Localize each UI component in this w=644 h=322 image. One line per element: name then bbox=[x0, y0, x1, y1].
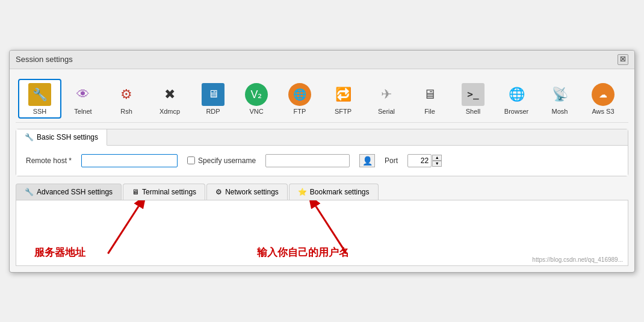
protocol-ssh-label: SSH bbox=[33, 108, 47, 115]
shell-icon: >_ bbox=[461, 82, 485, 107]
basic-ssh-section: 🔧 Basic SSH settings Remote host * Speci… bbox=[16, 129, 628, 176]
protocol-vnc[interactable]: V₂ VNC bbox=[235, 79, 278, 119]
protocol-telnet-label: Telnet bbox=[74, 108, 91, 115]
ssh-icon: 🔧 bbox=[28, 82, 52, 107]
bottom-tab-header: 🔧 Advanced SSH settings 🖥 Terminal setti… bbox=[16, 184, 628, 200]
file-icon: 🖥 bbox=[418, 82, 442, 107]
protocol-ftp[interactable]: 🌐 FTP bbox=[278, 79, 321, 119]
protocol-xdmcp[interactable]: ✖ Xdmcp bbox=[148, 79, 191, 119]
serial-icon: ✈ bbox=[374, 82, 398, 107]
protocol-ssh[interactable]: 🔧 SSH bbox=[18, 79, 61, 119]
protocol-serial-label: Serial bbox=[378, 108, 395, 115]
tab-bookmark[interactable]: ⭐ Bookmark settings bbox=[289, 184, 379, 200]
spinner-buttons: ▲ ▼ bbox=[432, 155, 442, 167]
basic-ssh-tab[interactable]: 🔧 Basic SSH settings bbox=[16, 129, 107, 146]
xdmcp-icon: ✖ bbox=[158, 82, 182, 107]
aws-icon: ☁ bbox=[591, 82, 615, 107]
protocol-file[interactable]: 🖥 File bbox=[408, 79, 451, 119]
server-address-annotation: 服务器地址 bbox=[34, 246, 85, 259]
bottom-tab-content: 服务器地址 输入你自己的用户名 https://blog.csdn.net/qq… bbox=[16, 200, 628, 266]
tab-advanced-ssh[interactable]: 🔧 Advanced SSH settings bbox=[16, 184, 122, 200]
protocol-sftp[interactable]: 🔁 SFTP bbox=[321, 79, 365, 119]
protocol-rdp-label: RDP bbox=[206, 108, 220, 115]
title-bar: Session settings ☒ bbox=[10, 51, 634, 69]
protocol-xdmcp-label: Xdmcp bbox=[159, 108, 180, 115]
server-address-text: 服务器地址 bbox=[34, 247, 85, 258]
protocol-rsh-label: Rsh bbox=[120, 108, 132, 115]
bookmark-tab-icon: ⭐ bbox=[298, 188, 307, 196]
network-tab-label: Network settings bbox=[225, 188, 279, 196]
port-spinner: ▲ ▼ bbox=[407, 154, 442, 167]
svg-line-1 bbox=[108, 206, 138, 253]
terminal-tab-icon: 🖥 bbox=[132, 188, 139, 196]
rdp-icon: 🖥 bbox=[201, 82, 225, 107]
bookmark-tab-label: Bookmark settings bbox=[310, 188, 370, 196]
vnc-icon: V₂ bbox=[244, 82, 268, 107]
basic-tab-content: Remote host * Specify username 👤 Port ▲ … bbox=[16, 146, 628, 176]
telnet-icon: 👁 bbox=[71, 82, 95, 107]
basic-tab-header: 🔧 Basic SSH settings bbox=[16, 129, 628, 146]
protocol-file-label: File bbox=[424, 108, 435, 115]
protocol-serial[interactable]: ✈ Serial bbox=[365, 79, 408, 119]
watermark: https://blog.csdn.net/qq_416989... bbox=[532, 256, 623, 263]
advanced-tab-icon: 🔧 bbox=[25, 188, 34, 196]
tab-network[interactable]: ⚙ Network settings bbox=[206, 184, 288, 200]
user-icon-button[interactable]: 👤 bbox=[359, 154, 375, 167]
protocol-vnc-label: VNC bbox=[249, 108, 263, 115]
specify-username-checkbox-label: Specify username bbox=[187, 156, 256, 165]
port-increment-button[interactable]: ▲ bbox=[432, 155, 442, 161]
mosh-icon: 📡 bbox=[548, 82, 572, 107]
ftp-icon: 🌐 bbox=[288, 82, 312, 107]
protocol-rsh[interactable]: ⚙ Rsh bbox=[105, 79, 148, 119]
protocol-sftp-label: SFTP bbox=[335, 108, 351, 115]
tab-terminal[interactable]: 🖥 Terminal settings bbox=[123, 184, 205, 200]
browser-icon: 🌐 bbox=[504, 82, 528, 107]
rsh-icon: ⚙ bbox=[114, 82, 138, 107]
protocol-shell-label: Shell bbox=[466, 108, 480, 115]
remote-host-input[interactable] bbox=[81, 154, 178, 167]
protocol-ftp-label: FTP bbox=[294, 108, 306, 115]
basic-form-row: Remote host * Specify username 👤 Port ▲ … bbox=[26, 154, 618, 167]
protocol-browser[interactable]: 🌐 Browser bbox=[495, 79, 538, 119]
port-input[interactable] bbox=[407, 154, 432, 167]
window-title: Session settings bbox=[16, 55, 73, 64]
protocol-rdp[interactable]: 🖥 RDP bbox=[191, 79, 235, 119]
basic-tab-label: Basic SSH settings bbox=[37, 133, 98, 141]
network-tab-icon: ⚙ bbox=[215, 188, 222, 196]
advanced-tab-label: Advanced SSH settings bbox=[37, 188, 113, 196]
remote-host-label: Remote host * bbox=[26, 156, 72, 165]
protocol-shell[interactable]: >_ Shell bbox=[451, 79, 495, 119]
session-settings-window: Session settings ☒ 🔧 SSH 👁 Telnet bbox=[9, 50, 635, 273]
protocol-aws-label: Aws S3 bbox=[592, 108, 614, 115]
protocol-browser-label: Browser bbox=[504, 108, 528, 115]
basic-tab-icon: 🔧 bbox=[25, 133, 34, 141]
sftp-icon: 🔁 bbox=[331, 82, 355, 107]
port-decrement-button[interactable]: ▼ bbox=[432, 161, 442, 167]
window-body: 🔧 SSH 👁 Telnet ⚙ Rsh ✖ bbox=[10, 69, 634, 272]
protocol-telnet[interactable]: 👁 Telnet bbox=[61, 79, 105, 119]
protocol-mosh[interactable]: 📡 Mosh bbox=[538, 79, 581, 119]
username-hint-text: 输入你自己的用户名 bbox=[257, 247, 349, 258]
specify-username-checkbox[interactable] bbox=[187, 156, 195, 164]
protocol-aws[interactable]: ☁ Aws S3 bbox=[581, 79, 625, 119]
close-button[interactable]: ☒ bbox=[618, 54, 628, 65]
specify-username-label: Specify username bbox=[198, 156, 256, 165]
port-label: Port bbox=[385, 156, 398, 165]
bottom-tabs: 🔧 Advanced SSH settings 🖥 Terminal setti… bbox=[16, 184, 628, 266]
terminal-tab-label: Terminal settings bbox=[142, 188, 196, 196]
username-input[interactable] bbox=[265, 154, 350, 167]
username-annotation: 输入你自己的用户名 bbox=[257, 246, 349, 259]
protocol-bar: 🔧 SSH 👁 Telnet ⚙ Rsh ✖ bbox=[16, 75, 628, 123]
protocol-mosh-label: Mosh bbox=[552, 108, 568, 115]
